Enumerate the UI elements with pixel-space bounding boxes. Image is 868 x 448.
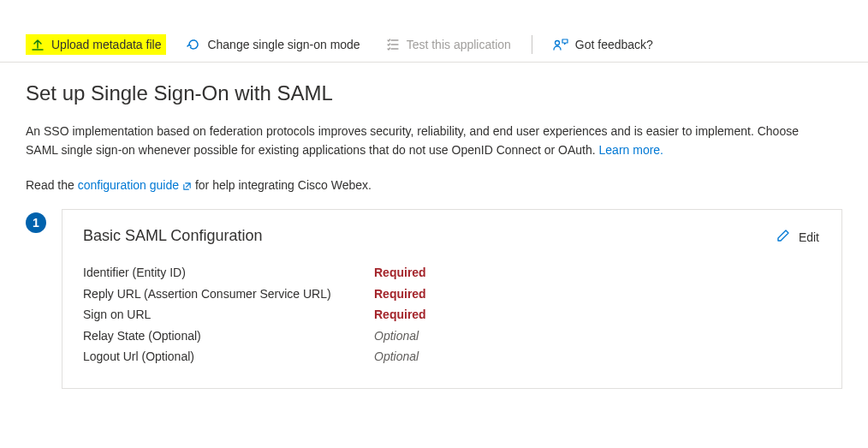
field-label: Identifier (Entity ID) bbox=[83, 262, 374, 284]
card-title: Basic SAML Configuration bbox=[83, 227, 821, 245]
field-label: Sign on URL bbox=[83, 304, 374, 326]
field-value: Required bbox=[374, 284, 426, 305]
feedback-label: Got feedback? bbox=[575, 38, 653, 51]
toolbar: Upload metadata file Change single sign-… bbox=[0, 27, 868, 63]
subtext-post: for help integrating Cisco Webex. bbox=[195, 178, 372, 192]
field-value: Required bbox=[374, 262, 426, 284]
field-row: Identifier (Entity ID)Required bbox=[83, 262, 821, 284]
toolbar-divider bbox=[532, 35, 532, 54]
person-feedback-icon bbox=[553, 38, 568, 51]
content-area: Set up Single Sign-On with SAML An SSO i… bbox=[0, 63, 868, 389]
page-title: Set up Single Sign-On with SAML bbox=[26, 81, 842, 105]
field-label: Logout Url (Optional) bbox=[83, 346, 374, 367]
upload-metadata-button[interactable]: Upload metadata file bbox=[26, 34, 166, 55]
upload-metadata-label: Upload metadata file bbox=[51, 38, 161, 51]
field-value: Optional bbox=[374, 346, 419, 367]
upload-icon bbox=[31, 38, 45, 51]
subtext: Read the configuration guide for help in… bbox=[26, 178, 842, 194]
description-text: An SSO implementation based on federatio… bbox=[26, 124, 799, 157]
svg-point-0 bbox=[555, 41, 559, 45]
page-description: An SSO implementation based on federatio… bbox=[26, 122, 830, 159]
field-row: Relay State (Optional)Optional bbox=[83, 326, 821, 347]
field-row: Sign on URLRequired bbox=[83, 304, 821, 326]
step-number-badge: 1 bbox=[26, 212, 46, 233]
field-row: Reply URL (Assertion Consumer Service UR… bbox=[83, 284, 821, 305]
pencil-icon bbox=[776, 229, 790, 245]
edit-button[interactable]: Edit bbox=[776, 229, 819, 245]
change-mode-label: Change single sign-on mode bbox=[207, 38, 360, 51]
learn-more-link[interactable]: Learn more. bbox=[599, 143, 663, 157]
field-row: Logout Url (Optional)Optional bbox=[83, 346, 821, 367]
test-application-label: Test this application bbox=[407, 38, 511, 51]
subtext-pre: Read the bbox=[26, 178, 78, 192]
basic-saml-card: Basic SAML Configuration Edit Identifier… bbox=[62, 209, 842, 389]
field-value: Required bbox=[374, 304, 426, 326]
external-link-icon bbox=[182, 180, 192, 194]
step-1-row: 1 Basic SAML Configuration Edit Identifi… bbox=[26, 209, 842, 389]
change-mode-button[interactable]: Change single sign-on mode bbox=[181, 34, 365, 55]
fields-list: Identifier (Entity ID)RequiredReply URL … bbox=[83, 262, 821, 367]
field-value: Optional bbox=[374, 326, 419, 347]
field-label: Reply URL (Assertion Consumer Service UR… bbox=[83, 284, 374, 305]
checklist-icon bbox=[386, 38, 400, 51]
undo-icon bbox=[187, 38, 200, 51]
feedback-button[interactable]: Got feedback? bbox=[548, 34, 658, 55]
field-label: Relay State (Optional) bbox=[83, 326, 374, 347]
test-application-button: Test this application bbox=[381, 34, 516, 55]
configuration-guide-link[interactable]: configuration guide bbox=[78, 178, 192, 192]
edit-label: Edit bbox=[799, 230, 819, 244]
